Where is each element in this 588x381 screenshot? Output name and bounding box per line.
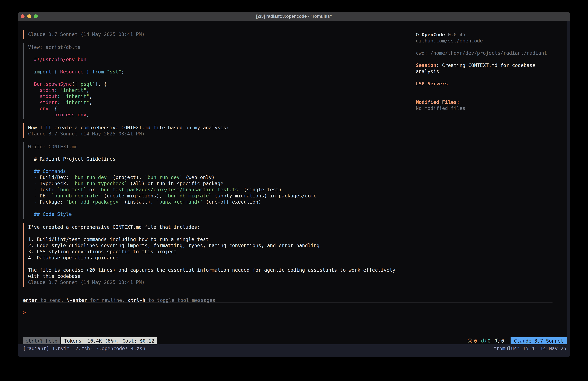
text-line [28, 205, 413, 211]
diagnostic-counter: ⓗ0 [495, 337, 504, 344]
text-line: Claude 3.7 Sonnet (14 May 2025 03:41 PM) [28, 31, 413, 37]
text-line [416, 87, 567, 93]
text-line: ## Commands [28, 168, 413, 174]
terminal-content: Claude 3.7 Sonnet (14 May 2025 03:41 PM)… [18, 21, 570, 357]
text-line [28, 230, 413, 236]
composer-divider [23, 303, 552, 303]
text-line: Now I'll create a comprehensive CONTEXT.… [28, 125, 413, 131]
text-line [28, 50, 413, 57]
tmux-session-clock: "romulus" 15:41 14-May-25 [493, 345, 566, 352]
text-line: 3. CSS styling conventions specific to t… [28, 249, 413, 255]
tmux-window-list: [radiant] 1:nvim 2:zsh- 3:opencode* 4:zs… [23, 345, 145, 352]
text-line: cwd: /home/thdxr/dev/projects/radiant/ra… [416, 50, 567, 56]
diagnostics-counters: Ⓦ0ⓘ0ⓗ0 [468, 337, 504, 344]
transcript: Claude 3.7 Sonnet (14 May 2025 03:41 PM)… [23, 30, 413, 291]
text-line: stdout: "inherit", [28, 93, 413, 99]
text-line: View: script/db.ts [28, 44, 413, 50]
text-line: Bun.spawnSync([`psql`], { [28, 81, 413, 87]
text-line: ...process.env, [28, 112, 413, 118]
text-line: Modified Files: [416, 99, 567, 105]
text-line [28, 162, 413, 168]
assistant-message-block: I've created a comprehensive CONTEXT.md … [23, 223, 413, 287]
text-line: ## Code Style [28, 211, 413, 217]
help-shortcut-badge: ctrl+? help [23, 337, 60, 344]
model-badge: Claude 3.7 Sonnet [510, 337, 567, 344]
text-line [28, 150, 413, 156]
zoom-button[interactable] [34, 14, 38, 18]
text-line: with this codebase. [28, 273, 413, 279]
diagnostic-count: 0 [474, 337, 477, 344]
tokens-cost-badge: Tokens: 16.4K (8%), Cost: $0.12 [61, 337, 157, 344]
diagnostic-counter: ⓘ0 [481, 337, 491, 344]
text-line [416, 75, 567, 81]
text-line: stderr: "inherit", [28, 99, 413, 106]
status-bar: ctrl+? help Tokens: 16.4K (8%), Cost: $0… [23, 337, 567, 344]
terminal-window: [2/3] radiant:3:opencode - "romulus" Cla… [18, 12, 570, 357]
tool-call-block: View: script/db.ts #!/usr/bin/env bun im… [23, 43, 413, 119]
text-line: LSP Servers [416, 81, 567, 87]
text-line: I've created a comprehensive CONTEXT.md … [28, 224, 413, 230]
text-line: analysis [416, 68, 567, 75]
assistant-message-block: Now I'll create a comprehensive CONTEXT.… [23, 123, 413, 138]
sidebar-info: © OpenCode 0.0.45github.com/sst/opencode… [416, 32, 567, 112]
text-line: Claude 3.7 Sonnet (14 May 2025 03:41 PM) [28, 279, 413, 285]
tmux-status-bar: [radiant] 1:nvim 2:zsh- 3:opencode* 4:zs… [18, 344, 570, 357]
diagnostic-counter: Ⓦ0 [468, 337, 477, 344]
text-line [416, 44, 567, 50]
text-line: © OpenCode 0.0.45 [416, 32, 567, 38]
text-line: Session: Creating CONTEXT.md for codebas… [416, 62, 567, 68]
text-line: env: { [28, 106, 413, 112]
title-bar: [2/3] radiant:3:opencode - "romulus" [18, 12, 570, 21]
diagnostic-icon: Ⓦ [468, 337, 472, 344]
minimize-button[interactable] [27, 14, 31, 18]
assistant-message-block: Claude 3.7 Sonnet (14 May 2025 03:41 PM) [23, 30, 413, 39]
diagnostic-icon: ⓘ [481, 337, 486, 344]
text-line [416, 56, 567, 62]
text-line [416, 93, 567, 99]
text-line: github.com/sst/opencode [416, 38, 567, 44]
status-right-group: Ⓦ0ⓘ0ⓗ0 Claude 3.7 Sonnet [468, 337, 567, 344]
diagnostic-count: 0 [488, 337, 491, 344]
traffic-lights [21, 12, 38, 21]
composer-input[interactable]: > [23, 310, 562, 316]
text-line: # Radiant Project Guidelines [28, 156, 413, 162]
text-line: 2. Code style guidelines covering import… [28, 243, 413, 249]
text-line: #!/usr/bin/env bun [28, 57, 413, 63]
window-title: [2/3] radiant:3:opencode - "romulus" [256, 14, 332, 19]
prompt-icon: > [23, 310, 26, 315]
text-line: - Package: `bun add <package>` (install)… [28, 199, 413, 205]
text-line: - Test: `bun test` or `bun test packages… [28, 187, 413, 193]
text-line: - Build/Dev: `bun run dev` (project), `b… [28, 174, 413, 180]
text-line [28, 75, 413, 81]
text-line: - DB: `bun db generate` (create migratio… [28, 193, 413, 199]
diagnostic-icon: ⓗ [495, 337, 500, 344]
text-line: Claude 3.7 Sonnet (14 May 2025 03:41 PM) [28, 131, 413, 137]
text-line: 4. Database operations guidance [28, 255, 413, 261]
diagnostic-count: 0 [501, 337, 504, 344]
text-line: import { Resource } from "sst"; [28, 69, 413, 75]
text-line: Write: CONTEXT.md [28, 144, 413, 150]
text-line: No modified files [416, 105, 567, 112]
text-line: stdin: "inherit", [28, 87, 413, 93]
text-line: - TypeCheck: `bun run typecheck` (all) o… [28, 180, 413, 187]
tool-call-block: Write: CONTEXT.md # Radiant Project Guid… [23, 142, 413, 219]
text-line [28, 261, 413, 267]
text-line [28, 63, 413, 69]
text-line: The file is concise (20 lines) and captu… [28, 267, 413, 273]
close-button[interactable] [21, 14, 24, 18]
text-line: 1. Build/lint/test commands including ho… [28, 236, 413, 243]
